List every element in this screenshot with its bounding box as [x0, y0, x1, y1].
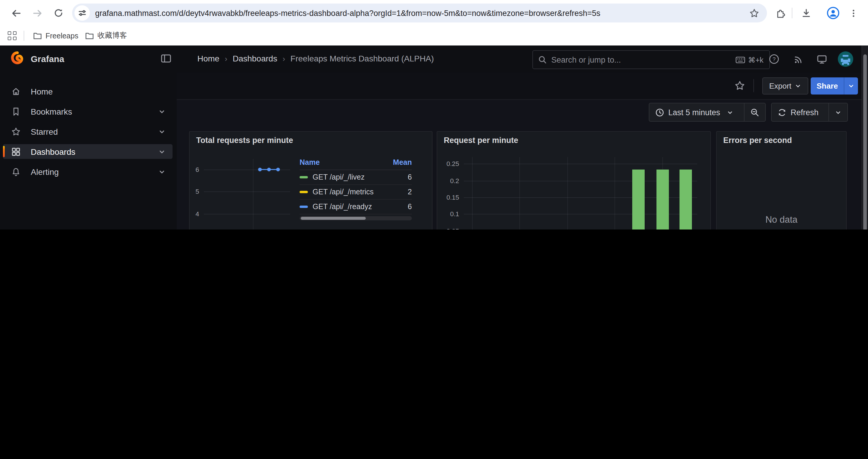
- time-range-controls: Last 5 minutes: [649, 103, 766, 122]
- chevron-down-icon[interactable]: [158, 148, 165, 155]
- folder-icon: [33, 32, 42, 40]
- ytick: 0.2: [450, 177, 459, 184]
- table-row[interactable]: GET /api/_/readyz 6: [300, 200, 412, 215]
- series-name[interactable]: GET /api/_/metrics: [313, 188, 374, 196]
- share-menu-button[interactable]: [844, 77, 858, 95]
- bar: [680, 169, 692, 230]
- series-mean: 6: [383, 173, 412, 182]
- chevron-down-icon[interactable]: [158, 108, 165, 115]
- bookmark-icon: [11, 107, 21, 116]
- dock-sidebar-icon[interactable]: [161, 54, 172, 63]
- chevron-down-icon: [848, 83, 855, 89]
- svg-text:?: ?: [773, 56, 776, 62]
- apps-grid-icon[interactable]: [8, 31, 17, 40]
- zoom-out-icon: [750, 108, 759, 117]
- col-name[interactable]: Name: [300, 158, 383, 167]
- series-color-pill: [300, 191, 308, 193]
- chevron-down-icon[interactable]: [158, 128, 165, 135]
- sidebar-item-dashboards[interactable]: Dashboards: [3, 144, 173, 159]
- search-icon: [538, 56, 547, 64]
- keyboard-icon: [736, 57, 745, 63]
- grid-v: [472, 157, 473, 230]
- series-mean: 2: [383, 188, 412, 196]
- downloads-icon[interactable]: [799, 6, 813, 20]
- refresh-interval-button[interactable]: [829, 103, 847, 121]
- export-button[interactable]: Export: [762, 77, 808, 95]
- panel-title[interactable]: Errors per second: [723, 136, 792, 145]
- home-icon: [11, 87, 21, 96]
- breadcrumb-home[interactable]: Home: [197, 54, 219, 63]
- ytick: 0.05: [446, 227, 459, 230]
- col-mean[interactable]: Mean: [383, 158, 412, 167]
- extensions-icon[interactable]: [773, 6, 788, 20]
- reload-icon[interactable]: [51, 5, 66, 21]
- bookmark-star-icon[interactable]: [747, 6, 761, 20]
- panel-total-requests[interactable]: Total requests per minute 6543217:40 Nam…: [189, 131, 433, 230]
- share-button[interactable]: Share: [811, 77, 844, 95]
- sidebar-item-label: Dashboards: [31, 147, 158, 156]
- breadcrumb: Home › Dashboards › Freeleaps Metrics Da…: [197, 54, 434, 63]
- breadcrumb-separator: ›: [225, 54, 227, 63]
- series-color-pill: [300, 205, 308, 208]
- zoom-out-button[interactable]: [745, 103, 765, 121]
- search-placeholder: Search or jump to...: [551, 55, 736, 64]
- sidebar: Home Bookmarks Starred Dashboards Alerti…: [0, 73, 177, 230]
- grafana-logo[interactable]: [9, 51, 25, 67]
- bookmark-label: 收藏博客: [97, 31, 127, 41]
- dashboard-actions-bar: Export Share: [177, 73, 868, 100]
- breadcrumb-dashboards[interactable]: Dashboards: [232, 54, 277, 63]
- panel-errors-per-second[interactable]: Errors per second No data: [716, 131, 847, 230]
- chart-plot: 0.250.20.150.10.05017:37:0017:38:0017:39…: [464, 157, 697, 230]
- forward-icon: [30, 5, 45, 21]
- url-bar[interactable]: grafana.mathmast.com/d/deytv4rwavabkb/fr…: [72, 4, 767, 23]
- sidebar-item-label: Alerting: [31, 167, 158, 176]
- scrollbar-thumb[interactable]: [863, 54, 867, 230]
- refresh-button[interactable]: Refresh: [772, 103, 829, 121]
- vertical-scrollbar[interactable]: [862, 45, 868, 230]
- search-shortcut: ⌘+k: [736, 55, 764, 64]
- breadcrumb-separator: ›: [282, 54, 285, 63]
- sidebar-item-alerting[interactable]: Alerting: [3, 164, 173, 179]
- bookmark-folder-blogs[interactable]: 收藏博客: [82, 29, 131, 42]
- chevron-down-icon: [795, 83, 802, 89]
- series-mean: 6: [383, 203, 412, 211]
- no-data-message: No data: [717, 215, 846, 225]
- grafana-app: Grafana Home › Dashboards › Freeleaps Me…: [0, 45, 868, 230]
- browser-toolbar: grafana.mathmast.com/d/deytv4rwavabkb/fr…: [0, 0, 868, 26]
- sidebar-item-label: Starred: [31, 127, 158, 136]
- chevron-down-icon: [727, 109, 733, 116]
- panel-request-per-minute[interactable]: Request per minute 0.250.20.150.10.05017…: [437, 131, 711, 230]
- favorite-star-icon[interactable]: [735, 80, 745, 91]
- refresh-controls: Refresh: [771, 103, 848, 122]
- series-name[interactable]: GET /api/_/readyz: [313, 203, 372, 211]
- chart-plot: 6543217:40: [204, 159, 290, 230]
- sidebar-item-starred[interactable]: Starred: [3, 124, 173, 139]
- help-icon[interactable]: ?: [767, 52, 781, 66]
- back-icon[interactable]: [8, 5, 24, 21]
- table-row[interactable]: GET /api/_/livez 6: [300, 170, 412, 185]
- sidebar-item-label: Home: [31, 87, 173, 96]
- series-name[interactable]: GET /api/_/livez: [313, 173, 365, 182]
- browser-menu-icon[interactable]: [846, 6, 860, 20]
- legend-scrollbar[interactable]: [300, 216, 412, 220]
- bookmarks-divider: [24, 31, 24, 41]
- url-text[interactable]: grafana.mathmast.com/d/deytv4rwavabkb/fr…: [95, 8, 747, 18]
- user-avatar[interactable]: [838, 52, 853, 67]
- table-row[interactable]: GET /api/_/metrics 2: [300, 185, 412, 200]
- site-settings-icon[interactable]: [74, 5, 90, 21]
- dashboards-grid-icon: [11, 147, 21, 156]
- kiosk-display-icon[interactable]: [815, 52, 829, 66]
- news-rss-icon[interactable]: [791, 52, 805, 66]
- profile-avatar-icon[interactable]: [826, 6, 840, 20]
- sidebar-item-label: Bookmarks: [31, 107, 158, 116]
- panel-title[interactable]: Total requests per minute: [196, 136, 293, 145]
- chevron-down-icon[interactable]: [158, 168, 165, 175]
- bookmark-folder-freeleaps[interactable]: Freeleaps: [30, 29, 82, 42]
- sidebar-item-home[interactable]: Home: [3, 84, 173, 99]
- sidebar-item-bookmarks[interactable]: Bookmarks: [3, 104, 173, 119]
- export-label: Export: [769, 81, 791, 90]
- search-input[interactable]: Search or jump to... ⌘+k: [532, 50, 770, 69]
- time-range-picker[interactable]: Last 5 minutes: [649, 103, 744, 121]
- series-line: [204, 159, 290, 230]
- panel-title[interactable]: Request per minute: [444, 136, 518, 145]
